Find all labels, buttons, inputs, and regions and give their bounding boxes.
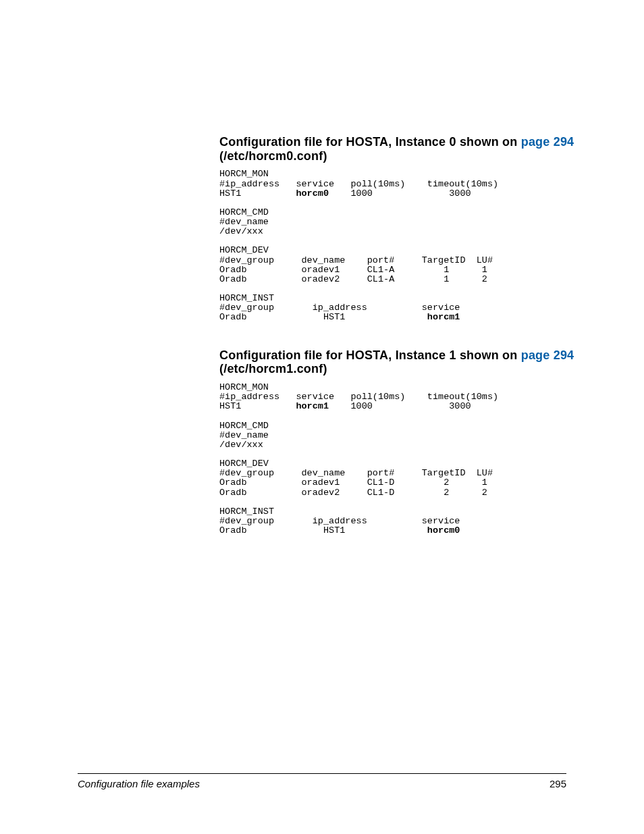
heading-text: (/etc/horcm1.conf) — [219, 362, 327, 375]
code-line: HORCM_INST — [219, 293, 274, 303]
footer-section-title: Configuration file examples — [78, 778, 200, 789]
horcm-inst-block-1: HORCM_INST #dev_group ip_address service… — [219, 507, 577, 536]
code-line: Oradb oradev2 CL1-A 1 2 — [219, 274, 487, 284]
horcm-mon-block-1: HORCM_MON #ip_address service poll(10ms)… — [219, 383, 577, 412]
horcm-dev-block-1: HORCM_DEV #dev_group dev_name port# Targ… — [219, 459, 577, 498]
code-line: HST1 — [219, 188, 296, 199]
content-column: Configuration file for HOSTA, Instance 0… — [219, 135, 577, 536]
code-line: HORCM_DEV — [219, 459, 269, 469]
code-line: HORCM_MON — [219, 382, 269, 392]
section-heading-0: Configuration file for HOSTA, Instance 0… — [219, 135, 577, 163]
section-heading-1: Configuration file for HOSTA, Instance 1… — [219, 348, 577, 376]
code-line: HST1 — [219, 401, 296, 411]
code-line: HORCM_INST — [219, 506, 274, 517]
horcm-mon-block-0: HORCM_MON #ip_address service poll(10ms)… — [219, 170, 577, 199]
horcm-cmd-block-0: HORCM_CMD #dev_name /dev/xxx — [219, 208, 577, 237]
code-line: Oradb HST1 — [219, 312, 427, 322]
code-line: Oradb oradev1 CL1-D 2 1 — [219, 477, 487, 488]
heading-text: Configuration file for HOSTA, Instance 1… — [219, 348, 521, 362]
page-footer: Configuration file examples 295 — [78, 773, 566, 789]
code-line: HORCM_CMD — [219, 421, 269, 431]
horcm-cmd-block-1: HORCM_CMD #dev_name /dev/xxx — [219, 421, 577, 450]
code-line: #dev_name — [219, 430, 269, 440]
code-line: /dev/xxx — [219, 226, 263, 236]
code-line: #ip_address service poll(10ms) timeout(1… — [219, 179, 498, 189]
heading-text: (/etc/horcm0.conf) — [219, 149, 327, 163]
code-line: 1000 3000 — [329, 401, 471, 411]
code-bold: horcm1 — [427, 312, 460, 322]
code-line: 1000 3000 — [329, 188, 471, 199]
code-line: Oradb oradev1 CL1-A 1 1 — [219, 265, 487, 275]
page-link[interactable]: page 294 — [521, 348, 574, 362]
code-line: #dev_group ip_address service — [219, 516, 460, 526]
code-line: #dev_group ip_address service — [219, 303, 460, 313]
code-line: /dev/xxx — [219, 440, 263, 450]
heading-text: Configuration file for HOSTA, Instance 0… — [219, 135, 521, 149]
code-line: #dev_group dev_name port# TargetID LU# — [219, 468, 493, 478]
code-line: #dev_name — [219, 217, 269, 227]
code-line: Oradb HST1 — [219, 525, 427, 536]
document-page: Configuration file for HOSTA, Instance 0… — [0, 0, 644, 834]
section-spacer — [219, 332, 577, 348]
horcm-dev-block-0: HORCM_DEV #dev_group dev_name port# Targ… — [219, 246, 577, 284]
code-line: HORCM_DEV — [219, 245, 269, 255]
code-line: #dev_group dev_name port# TargetID LU# — [219, 255, 493, 265]
code-line: HORCM_CMD — [219, 207, 269, 217]
code-bold: horcm0 — [296, 188, 329, 199]
page-number: 295 — [549, 778, 566, 789]
horcm-inst-block-0: HORCM_INST #dev_group ip_address service… — [219, 294, 577, 323]
code-bold: horcm0 — [427, 525, 460, 536]
page-link[interactable]: page 294 — [521, 135, 574, 149]
code-line: HORCM_MON — [219, 169, 269, 179]
code-line: Oradb oradev2 CL1-D 2 2 — [219, 488, 487, 498]
code-bold: horcm1 — [296, 401, 329, 411]
code-line: #ip_address service poll(10ms) timeout(1… — [219, 392, 498, 402]
